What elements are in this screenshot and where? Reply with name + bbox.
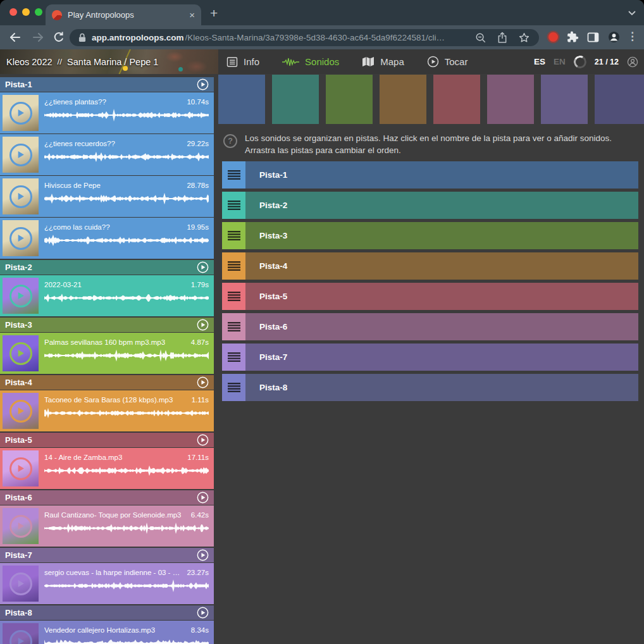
clip-waveform[interactable] <box>44 521 209 536</box>
nav-item-info[interactable]: Info <box>226 56 259 68</box>
browser-menu-icon[interactable]: ⋮ <box>627 30 638 43</box>
clip-thumbnail[interactable] <box>3 178 39 214</box>
audio-clip[interactable]: ¿¿tienes plantas??10.74s <box>0 92 214 133</box>
clip-waveform[interactable] <box>44 636 209 644</box>
url-bar[interactable]: app.antropoloops.com /Kleos-Santa-Marina… <box>70 29 539 46</box>
bookmark-star-icon[interactable] <box>518 32 530 44</box>
track-header[interactable]: Pista-2 <box>0 260 214 275</box>
track-row[interactable]: Pista-3 <box>222 222 638 249</box>
recording-extension-icon[interactable] <box>548 32 558 42</box>
share-icon[interactable] <box>497 32 507 44</box>
drag-handle[interactable] <box>222 161 245 189</box>
clip-play-button[interactable] <box>9 630 32 644</box>
browser-tab[interactable]: Play Antropoloops × <box>46 4 201 25</box>
track-name[interactable]: Pista-2 <box>5 263 197 272</box>
clip-waveform[interactable] <box>44 233 209 248</box>
drag-handle[interactable] <box>222 192 245 219</box>
clip-play-button[interactable] <box>9 285 32 307</box>
nav-item-sonidos[interactable]: Sonidos <box>282 56 339 67</box>
nav-item-tocar[interactable]: Tocar <box>427 56 468 68</box>
audio-clip[interactable]: ¿¿como las cuida??19.95s <box>0 218 214 259</box>
track-row-body[interactable]: Pista-2 <box>245 192 638 219</box>
clip-play-button[interactable] <box>9 342 32 365</box>
clip-thumbnail[interactable] <box>3 393 39 429</box>
track-name[interactable]: Pista-8 <box>5 608 197 617</box>
forward-button[interactable] <box>31 30 45 44</box>
clip-waveform[interactable] <box>44 406 209 421</box>
track-header[interactable]: Pista-7 <box>0 548 214 562</box>
drag-handle[interactable] <box>222 222 245 249</box>
clip-play-button[interactable] <box>9 144 32 166</box>
play-icon[interactable] <box>197 376 209 388</box>
audio-clip[interactable]: Taconeo de Sara Baras (128 kbps).mp31.11… <box>0 390 214 431</box>
track-row[interactable]: Pista-8 <box>222 374 638 401</box>
clip-waveform[interactable] <box>44 578 209 593</box>
window-maximize-button[interactable] <box>35 8 42 16</box>
play-icon[interactable] <box>197 434 209 446</box>
track-header[interactable]: Pista-6 <box>0 490 214 505</box>
play-icon[interactable] <box>197 261 209 273</box>
clip-thumbnail[interactable] <box>3 278 39 314</box>
clip-play-button[interactable] <box>9 185 32 208</box>
profile-avatar-icon[interactable] <box>608 31 620 43</box>
track-row[interactable]: Pista-5 <box>222 283 638 310</box>
lang-es-button[interactable]: ES <box>534 57 545 66</box>
drag-handle[interactable] <box>222 313 245 340</box>
clip-play-button[interactable] <box>9 515 32 538</box>
window-minimize-button[interactable] <box>22 8 30 16</box>
clip-play-button[interactable] <box>9 457 32 480</box>
new-tab-button[interactable]: + <box>210 6 218 21</box>
drag-handle[interactable] <box>222 252 245 280</box>
clip-thumbnail[interactable] <box>3 450 39 486</box>
clip-thumbnail[interactable] <box>3 137 39 173</box>
play-icon[interactable] <box>197 607 209 619</box>
play-icon[interactable] <box>197 319 209 331</box>
track-name[interactable]: Pista-5 <box>5 435 197 445</box>
nav-item-mapa[interactable]: Mapa <box>362 56 404 67</box>
clip-thumbnail[interactable] <box>3 220 39 256</box>
clip-thumbnail[interactable] <box>3 566 39 602</box>
reload-button[interactable] <box>53 31 65 44</box>
track-row[interactable]: Pista-4 <box>222 252 638 280</box>
tab-close-icon[interactable]: × <box>189 10 195 20</box>
track-header[interactable]: Pista-3 <box>0 318 214 332</box>
clip-thumbnail[interactable] <box>3 95 39 131</box>
clip-thumbnail[interactable] <box>3 508 39 544</box>
drag-handle[interactable] <box>222 283 245 310</box>
track-header[interactable]: Pista-4 <box>0 375 214 390</box>
clip-waveform[interactable] <box>44 463 209 478</box>
breadcrumb-project[interactable]: Kleos 2022 <box>6 57 53 67</box>
track-name[interactable]: Pista-1 <box>5 80 197 89</box>
map-banner[interactable]: Kleos 2022 // Santa Marina / Pepe 1 <box>0 49 218 74</box>
track-row[interactable]: Pista-2 <box>222 192 638 219</box>
drag-handle[interactable] <box>222 374 245 401</box>
clip-waveform[interactable] <box>44 348 209 363</box>
track-row[interactable]: Pista-7 <box>222 344 638 371</box>
track-row-body[interactable]: Pista-1 <box>245 161 638 189</box>
track-row[interactable]: Pista-6 <box>222 313 638 340</box>
clip-thumbnail[interactable] <box>3 623 39 644</box>
track-name[interactable]: Pista-4 <box>5 378 197 387</box>
audio-clip[interactable]: sergio cuevas - la harpe indienne - 03 -… <box>0 563 214 604</box>
track-row-body[interactable]: Pista-7 <box>245 344 638 371</box>
play-icon[interactable] <box>197 549 209 561</box>
clip-play-button[interactable] <box>9 400 32 423</box>
account-icon[interactable] <box>627 56 638 68</box>
audio-clip[interactable]: Vendedor callejero Hortalizas.mp38.34s <box>0 621 214 644</box>
audio-clip[interactable]: ¿¿tienes recuerdos??29.22s <box>0 134 214 175</box>
audio-clip[interactable]: Hiviscus de Pepe28.78s <box>0 176 214 217</box>
track-row[interactable]: Pista-1 <box>222 161 638 189</box>
audio-clip[interactable]: Raul Cantizano- Toque por Solenoide.mp36… <box>0 505 214 547</box>
track-name[interactable]: Pista-6 <box>5 493 197 502</box>
zoom-out-icon[interactable] <box>475 32 486 44</box>
audio-clip[interactable]: Palmas sevillanas 160 bpm mp3.mp34.87s <box>0 333 214 374</box>
audio-clip[interactable]: 2022-03-211.79s <box>0 275 214 316</box>
track-header[interactable]: Pista-8 <box>0 605 214 620</box>
play-icon[interactable] <box>197 492 209 504</box>
lang-en-button[interactable]: EN <box>554 57 566 66</box>
audio-clip[interactable]: 14 - Aire de Zamba.mp317.11s <box>0 448 214 489</box>
clip-thumbnail[interactable] <box>3 335 39 371</box>
track-row-body[interactable]: Pista-6 <box>245 313 638 340</box>
track-header[interactable]: Pista-1 <box>0 77 214 92</box>
clip-play-button[interactable] <box>9 227 32 250</box>
